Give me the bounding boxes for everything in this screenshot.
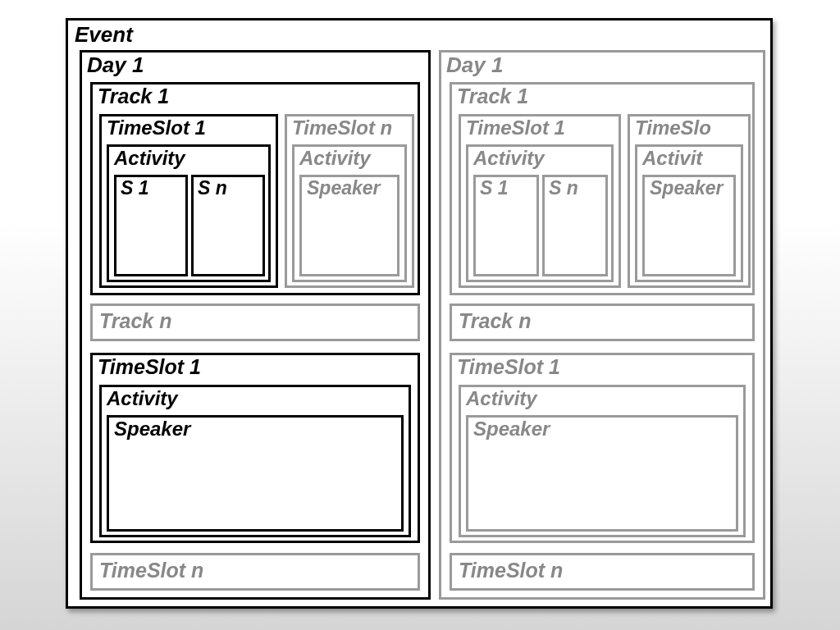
event-title: Event bbox=[75, 22, 133, 48]
left-timeslot1-activity-box: Activity Speaker bbox=[99, 385, 411, 537]
right-tsn-box: TimeSlo Activit Speaker bbox=[628, 114, 751, 288]
right-ts1-sn-label: S n bbox=[549, 177, 578, 199]
left-day-label: Day 1 bbox=[87, 52, 144, 78]
right-tsn-speaker-label: Speaker bbox=[650, 177, 732, 199]
right-ts1-s1-label: S 1 bbox=[480, 177, 509, 199]
left-tsn-box: TimeSlot n Activity Speaker bbox=[285, 114, 414, 288]
left-tsn-activity-box: Activity Speaker bbox=[292, 144, 407, 282]
left-trackn-label: Track n bbox=[99, 309, 171, 333]
left-day-box: Day 1 Track 1 TimeSlot 1 Activity S 1 S … bbox=[80, 50, 431, 600]
left-ts1-title: TimeSlot 1 bbox=[107, 116, 206, 139]
left-ts1-box: TimeSlot 1 Activity S 1 S n bbox=[99, 114, 278, 288]
left-tsn-title: TimeSlot n bbox=[292, 116, 392, 139]
right-ts1-box: TimeSlot 1 Activity S 1 S n bbox=[459, 114, 621, 288]
right-ts1-sn-box: S n bbox=[542, 175, 608, 276]
right-ts1-activity-box: Activity S 1 S n bbox=[466, 144, 614, 282]
right-timeslot1-box: TimeSlot 1 Activity Speaker bbox=[450, 353, 755, 543]
right-ts1-title: TimeSlot 1 bbox=[466, 116, 565, 139]
right-tsn-activity-box: Activit Speaker bbox=[635, 144, 743, 282]
event-box: Event Day 1 Track 1 TimeSlot 1 Activity … bbox=[66, 18, 773, 609]
right-timeslot1-speaker-label: Speaker bbox=[473, 418, 550, 441]
right-ts1-s1-box: S 1 bbox=[473, 175, 539, 276]
right-day-box: Day 1 Track 1 TimeSlot 1 Activity S 1 S … bbox=[439, 50, 765, 600]
left-timeslot1-title: TimeSlot 1 bbox=[98, 355, 201, 379]
right-ts1-activity-label: Activity bbox=[473, 147, 545, 170]
left-track1-title: Track 1 bbox=[98, 84, 169, 108]
right-tsn-title: TimeSlo bbox=[635, 116, 711, 139]
right-timeslot1-activity-box: Activity Speaker bbox=[459, 385, 746, 537]
left-tsn-speaker-box: Speaker bbox=[299, 175, 399, 276]
right-timeslotn-box: TimeSlot n bbox=[450, 553, 755, 591]
right-trackn-label: Track n bbox=[459, 309, 531, 333]
left-timeslotn-label: TimeSlot n bbox=[99, 559, 203, 582]
right-track1-title: Track 1 bbox=[457, 84, 528, 108]
right-timeslot1-speaker-box: Speaker bbox=[466, 415, 738, 532]
left-track1-box: Track 1 TimeSlot 1 Activity S 1 S n Time… bbox=[90, 82, 420, 295]
left-ts1-activity-box: Activity S 1 S n bbox=[107, 144, 271, 282]
left-ts1-activity-label: Activity bbox=[114, 147, 185, 170]
left-ts1-s1-label: S 1 bbox=[121, 177, 149, 199]
left-timeslot1-speaker-label: Speaker bbox=[114, 418, 190, 441]
right-timeslotn-label: TimeSlot n bbox=[459, 559, 563, 582]
left-trackn-box: Track n bbox=[90, 304, 420, 341]
right-track1-box: Track 1 TimeSlot 1 Activity S 1 S n Time… bbox=[450, 82, 755, 295]
left-timeslot1-speaker-box: Speaker bbox=[107, 415, 404, 532]
left-timeslot1-box: TimeSlot 1 Activity Speaker bbox=[90, 353, 420, 543]
right-tsn-activity-label: Activit bbox=[642, 147, 702, 170]
left-timeslot1-activity-label: Activity bbox=[107, 387, 178, 410]
right-timeslot1-title: TimeSlot 1 bbox=[457, 355, 560, 379]
left-ts1-sn-box: S n bbox=[191, 175, 265, 276]
right-day-label: Day 1 bbox=[446, 52, 503, 78]
right-timeslot1-activity-label: Activity bbox=[466, 387, 537, 410]
left-tsn-activity-label: Activity bbox=[299, 147, 371, 170]
left-tsn-speaker-label: Speaker bbox=[307, 177, 381, 199]
right-tsn-speaker-box: Speaker bbox=[642, 175, 736, 276]
right-trackn-box: Track n bbox=[450, 304, 755, 341]
left-ts1-sn-label: S n bbox=[198, 177, 227, 199]
left-ts1-s1-box: S 1 bbox=[114, 175, 188, 276]
left-timeslotn-box: TimeSlot n bbox=[90, 553, 420, 591]
